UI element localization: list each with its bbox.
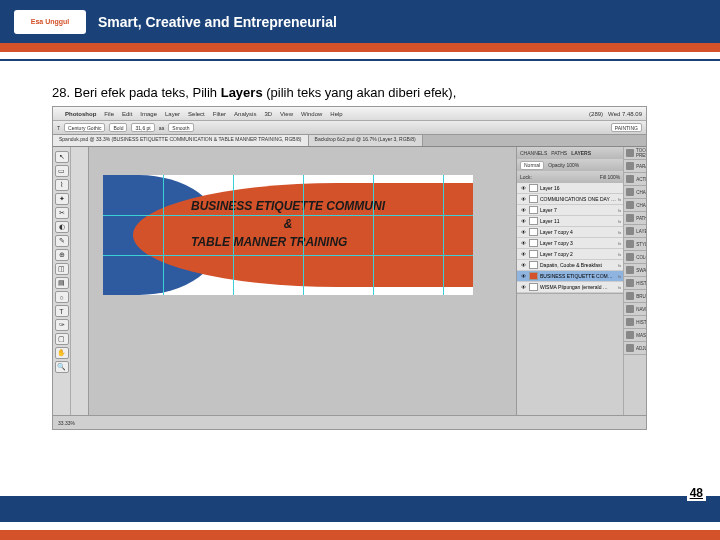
slide-footer: 48 <box>0 496 720 540</box>
toolbox-col2 <box>71 147 89 415</box>
menu-window[interactable]: Window <box>301 111 322 117</box>
eyedrop-tool-icon[interactable]: ◐ <box>55 221 69 233</box>
mac-menubar: Photoshop File Edit Image Layer Select F… <box>53 107 646 121</box>
workspace: ↖ ▭ ⌇ ✦ ✂ ◐ ✎ ⊕ ◫ ▤ ○ T ✑ ▢ ✋ 🔍 <box>53 147 646 415</box>
right-panels: CHANNELS PATHS LAYERS Normal Opacity 100… <box>516 147 646 415</box>
pen-tool-icon[interactable]: ✑ <box>55 319 69 331</box>
menu-filter[interactable]: Filter <box>213 111 226 117</box>
panel-styles[interactable]: STYLES <box>624 238 647 251</box>
blend-mode[interactable]: Normal <box>520 161 544 170</box>
options-bar: T Century Gothic Bold 31,6 pt aa Smooth … <box>53 121 646 135</box>
artwork-text: BUSINESS ETIQUETTE COMMUNI & TABLE MANNE… <box>191 197 385 251</box>
layer-row[interactable]: 👁Layer 7 copy 3fx <box>517 238 623 249</box>
layer-row[interactable]: 👁Layer 7fx <box>517 205 623 216</box>
document-tabs: Spanduk.psd @ 33.3% (BUSINESS ETIQUETTE … <box>53 135 646 147</box>
toolbox-col1: ↖ ▭ ⌇ ✦ ✂ ◐ ✎ ⊕ ◫ ▤ ○ T ✑ ▢ ✋ 🔍 <box>53 147 71 415</box>
app-name: Photoshop <box>65 111 96 117</box>
panel-paragraph[interactable]: PARAGRAPH <box>624 160 647 173</box>
artwork: BUSINESS ETIQUETTE COMMUNI & TABLE MANNE… <box>103 175 473 295</box>
aa-select[interactable]: Smooth <box>168 123 193 132</box>
panel-actions[interactable]: ACTIONS <box>624 173 647 186</box>
tagline: Smart, Creative and Entrepreneurial <box>98 14 337 30</box>
brush-tool-icon[interactable]: ✎ <box>55 235 69 247</box>
menu-layer[interactable]: Layer <box>165 111 180 117</box>
stamp-tool-icon[interactable]: ⊕ <box>55 249 69 261</box>
zoom-level[interactable]: 33.33% <box>58 420 75 426</box>
panel-channels[interactable]: CHANNELS <box>624 199 647 212</box>
panel-color[interactable]: COLOR <box>624 251 647 264</box>
orange-bar <box>0 43 720 52</box>
wand-tool-icon[interactable]: ✦ <box>55 193 69 205</box>
layer-row[interactable]: 👁Layer 7 copy 2fx <box>517 249 623 260</box>
logo: Esa Unggul <box>14 10 86 34</box>
canvas[interactable]: BUSINESS ETIQUETTE COMMUNI & TABLE MANNE… <box>89 147 516 415</box>
panel-history[interactable]: HISTORY <box>624 316 647 329</box>
crop-tool-icon[interactable]: ✂ <box>55 207 69 219</box>
photoshop-screenshot: Photoshop File Edit Image Layer Select F… <box>52 106 647 430</box>
panel-tool-presets[interactable]: TOOL PRESETS <box>624 147 647 160</box>
lasso-tool-icon[interactable]: ⌇ <box>55 179 69 191</box>
menu-help[interactable]: Help <box>330 111 342 117</box>
menu-image[interactable]: Image <box>140 111 157 117</box>
step-number: 28. <box>52 85 74 100</box>
marquee-tool-icon[interactable]: ▭ <box>55 165 69 177</box>
menu-select[interactable]: Select <box>188 111 205 117</box>
layer-row[interactable]: 👁COMMUNICATIONS ONE DAY …fx <box>517 194 623 205</box>
menu-3d[interactable]: 3D <box>264 111 272 117</box>
weight-select[interactable]: Bold <box>109 123 127 132</box>
layer-row[interactable]: 👁Dapatin, Coobe & Breakfastfx <box>517 260 623 271</box>
slide-header: Esa Unggul Smart, Creative and Entrepren… <box>0 0 720 43</box>
layers-list: 👁Layer 16 👁COMMUNICATIONS ONE DAY …fx 👁L… <box>517 183 623 293</box>
blur-tool-icon[interactable]: ○ <box>55 291 69 303</box>
panel-adjustments[interactable]: ADJUSTMENTS <box>624 342 647 355</box>
workspace-mode[interactable]: PAINTING <box>611 123 642 132</box>
size-select[interactable]: 31,6 pt <box>131 123 154 132</box>
move-tool-icon[interactable]: ↖ <box>55 151 69 163</box>
menubar-status: (289) Wed 7.48.09 <box>589 111 646 117</box>
panel-histogram[interactable]: HISTOGRAM <box>624 277 647 290</box>
content-area: 28.Beri efek pada teks, Pilih Layers (pi… <box>0 61 720 430</box>
eraser-tool-icon[interactable]: ◫ <box>55 263 69 275</box>
layer-row[interactable]: 👁Layer 11fx <box>517 216 623 227</box>
panel-paths[interactable]: PATHS <box>624 212 647 225</box>
menu-analysis[interactable]: Analysis <box>234 111 256 117</box>
status-bar: 33.33% <box>53 415 646 429</box>
type-tool-icon[interactable]: T <box>55 305 69 317</box>
layer-row[interactable]: 👁WISMA Plipungan (emerald …fx <box>517 282 623 293</box>
layer-row[interactable]: 👁Layer 16 <box>517 183 623 194</box>
panel-character[interactable]: CHARACTER <box>624 186 647 199</box>
page-number: 48 <box>687 485 706 501</box>
instruction-text: 28.Beri efek pada teks, Pilih Layers (pi… <box>52 85 668 100</box>
layers-panel-tabs: CHANNELS PATHS LAYERS <box>517 147 623 159</box>
layer-row-selected[interactable]: 👁BUSINESS ETIQUETTE COM…fx <box>517 271 623 282</box>
layers-controls: Normal Opacity 100% <box>517 159 623 171</box>
menu-file[interactable]: File <box>104 111 114 117</box>
collapsed-panels: TOOL PRESETS PARAGRAPH ACTIONS CHARACTER… <box>623 147 647 415</box>
font-select[interactable]: Century Gothic <box>64 123 105 132</box>
doc-tab-1[interactable]: Spanduk.psd @ 33.3% (BUSINESS ETIQUETTE … <box>53 135 309 146</box>
panel-layers[interactable]: LAYERS <box>624 225 647 238</box>
menu-view[interactable]: View <box>280 111 293 117</box>
layers-lock-row: Lock: Fill 100% <box>517 171 623 183</box>
panel-brushes[interactable]: BRUSHES <box>624 290 647 303</box>
doc-tab-2[interactable]: Backdrop 6x2.psd @ 16.7% (Layer 3, RGB/8… <box>309 135 423 146</box>
gradient-tool-icon[interactable]: ▤ <box>55 277 69 289</box>
panel-masks[interactable]: MASKS <box>624 329 647 342</box>
menu-edit[interactable]: Edit <box>122 111 132 117</box>
panel-navigator[interactable]: NAVIGATOR <box>624 303 647 316</box>
shape-tool-icon[interactable]: ▢ <box>55 333 69 345</box>
zoom-tool-icon[interactable]: 🔍 <box>55 361 69 373</box>
panel-swatches[interactable]: SWATCHES <box>624 264 647 277</box>
hand-tool-icon[interactable]: ✋ <box>55 347 69 359</box>
layer-row[interactable]: 👁Layer 7 copy 4fx <box>517 227 623 238</box>
